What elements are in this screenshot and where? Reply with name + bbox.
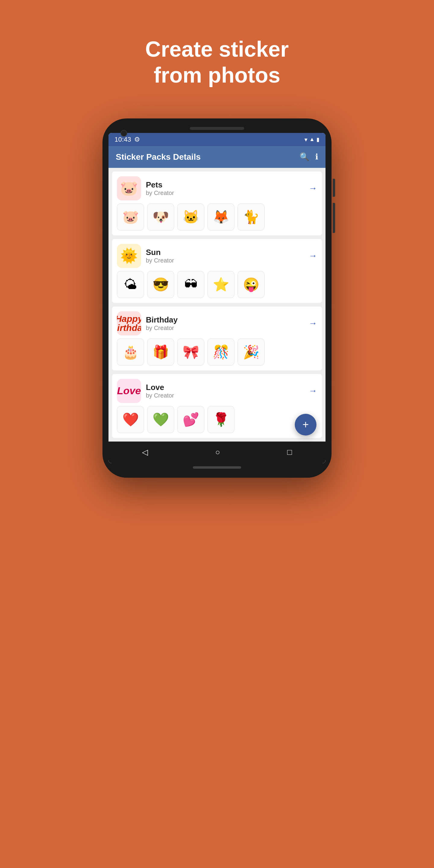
app-bar: Sticker Packs Details 🔍 ℹ xyxy=(108,146,326,168)
pack-icon-sun: 🌞 xyxy=(117,244,141,268)
phone-body: 10:43 ⚙ ▾ ▲ ▮ Sticker Packs Details 🔍 ℹ xyxy=(102,119,332,478)
sticker-love-4[interactable]: 🌹 xyxy=(207,406,235,433)
nav-home-button[interactable]: ○ xyxy=(215,447,220,457)
pack-arrow-pets[interactable]: → xyxy=(309,184,317,193)
sticker-sun-2[interactable]: 😎 xyxy=(147,271,174,298)
hero-line2: from photos xyxy=(154,63,280,87)
info-icon[interactable]: ℹ xyxy=(315,152,318,161)
phone-camera xyxy=(121,130,127,136)
pack-creator-birthday: by Creator xyxy=(146,324,178,332)
pack-name-pets: Pets xyxy=(146,180,174,190)
pack-icon-birthday: HappyBirthday xyxy=(117,311,141,336)
signal-icon: ▲ xyxy=(309,136,315,143)
phone-mockup: 10:43 ⚙ ▾ ▲ ▮ Sticker Packs Details 🔍 ℹ xyxy=(102,119,332,478)
pack-stickers-pets: 🐷 🐶 🐱 🦊 🐈 xyxy=(117,204,317,230)
sticker-bday-4[interactable]: 🎊 xyxy=(207,338,235,366)
sticker-love-2[interactable]: 💚 xyxy=(147,406,174,433)
content-area: 🐷 Pets by Creator → 🐷 🐶 🐱 🦊 🐈 xyxy=(108,168,326,441)
pack-card-birthday: HappyBirthday Birthday by Creator → 🎂 🎁 … xyxy=(112,307,322,370)
pack-arrow-sun[interactable]: → xyxy=(309,251,317,261)
pack-info-pets: Pets by Creator xyxy=(146,180,174,196)
search-icon[interactable]: 🔍 xyxy=(300,152,309,161)
pack-info-birthday: Birthday by Creator xyxy=(146,315,178,332)
sticker-pets-4[interactable]: 🦊 xyxy=(207,204,235,230)
sticker-sun-4[interactable]: ⭐ xyxy=(207,271,235,298)
status-right: ▾ ▲ ▮ xyxy=(304,136,319,143)
pack-card-sun: 🌞 Sun by Creator → 🌤 😎 🕶 ⭐ 😜 xyxy=(112,239,322,303)
pack-info-love: Love by Creator xyxy=(146,383,174,399)
wifi-icon: ▾ xyxy=(304,136,307,143)
phone-speaker xyxy=(190,127,244,130)
pack-icon-love: Love xyxy=(117,379,141,403)
bottom-nav: ◁ ○ □ xyxy=(108,441,326,463)
pack-card-love: Love Love by Creator → ❤️ 💚 💕 🌹 xyxy=(112,374,322,438)
app-bar-title: Sticker Packs Details xyxy=(116,152,201,162)
phone-home-indicator xyxy=(193,466,241,469)
sticker-love-1[interactable]: ❤️ xyxy=(117,406,144,433)
phone-screen: 10:43 ⚙ ▾ ▲ ▮ Sticker Packs Details 🔍 ℹ xyxy=(108,133,326,463)
pack-icon-pets: 🐷 xyxy=(117,176,141,200)
pack-stickers-birthday: 🎂 🎁 🎀 🎊 🎉 xyxy=(117,338,317,366)
pack-creator-pets: by Creator xyxy=(146,190,174,196)
pack-info-sun: Sun by Creator xyxy=(146,248,174,264)
sticker-sun-3[interactable]: 🕶 xyxy=(177,271,204,298)
nav-recents-button[interactable]: □ xyxy=(287,447,292,457)
sticker-love-3[interactable]: 💕 xyxy=(177,406,204,433)
pack-arrow-birthday[interactable]: → xyxy=(309,318,317,328)
pack-header-pets: 🐷 Pets by Creator → xyxy=(117,176,317,200)
status-bar: 10:43 ⚙ ▾ ▲ ▮ xyxy=(108,133,326,146)
sticker-sun-5[interactable]: 😜 xyxy=(238,271,265,298)
phone-top-bar xyxy=(108,127,326,130)
pack-header-sun: 🌞 Sun by Creator → xyxy=(117,244,317,268)
fab-add-button[interactable]: + xyxy=(295,414,316,435)
pack-stickers-sun: 🌤 😎 🕶 ⭐ 😜 xyxy=(117,271,317,298)
phone-bottom-bar xyxy=(108,466,326,469)
sticker-bday-3[interactable]: 🎀 xyxy=(177,338,204,366)
pack-creator-love: by Creator xyxy=(146,392,174,399)
pack-creator-sun: by Creator xyxy=(146,257,174,264)
pack-header-birthday: HappyBirthday Birthday by Creator → xyxy=(117,311,317,336)
battery-icon: ▮ xyxy=(316,136,319,143)
nav-back-button[interactable]: ◁ xyxy=(142,447,148,457)
pack-name-love: Love xyxy=(146,383,174,392)
hero-line1: Create sticker xyxy=(145,37,289,61)
status-time: 10:43 xyxy=(115,135,131,144)
app-bar-actions: 🔍 ℹ xyxy=(300,152,318,161)
sticker-bday-1[interactable]: 🎂 xyxy=(117,338,144,366)
pack-card-pets: 🐷 Pets by Creator → 🐷 🐶 🐱 🦊 🐈 xyxy=(112,172,322,236)
sticker-pets-1[interactable]: 🐷 xyxy=(117,204,144,230)
pack-name-sun: Sun xyxy=(146,248,174,257)
sticker-sun-1[interactable]: 🌤 xyxy=(117,271,144,298)
sticker-pets-5[interactable]: 🐈 xyxy=(238,204,265,230)
pack-stickers-love: ❤️ 💚 💕 🌹 xyxy=(117,406,317,433)
pack-arrow-love[interactable]: → xyxy=(309,386,317,396)
sticker-pets-2[interactable]: 🐶 xyxy=(147,204,174,230)
settings-icon: ⚙ xyxy=(134,135,140,144)
status-left: 10:43 ⚙ xyxy=(115,135,140,144)
phone-side-button-2 xyxy=(333,203,335,233)
phone-side-button xyxy=(333,179,335,197)
sticker-pets-3[interactable]: 🐱 xyxy=(177,204,204,230)
pack-header-love: Love Love by Creator → xyxy=(117,379,317,403)
sticker-bday-2[interactable]: 🎁 xyxy=(147,338,174,366)
hero-heading: Create sticker from photos xyxy=(145,36,289,88)
sticker-bday-5[interactable]: 🎉 xyxy=(238,338,265,366)
pack-name-birthday: Birthday xyxy=(146,315,178,324)
